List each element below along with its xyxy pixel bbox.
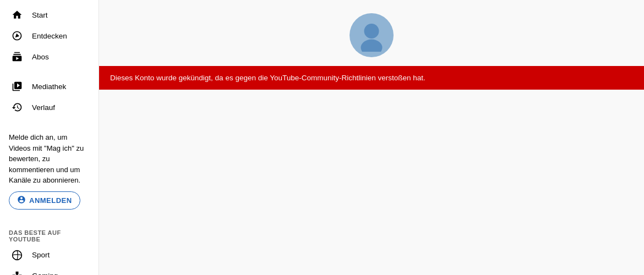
main-content: Dieses Konto wurde gekündigt, da es gege…: [99, 0, 644, 275]
home-icon: [11, 9, 23, 21]
terminated-banner: Dieses Konto wurde gekündigt, da es gege…: [99, 66, 644, 90]
svg-point-2: [361, 40, 383, 52]
library-icon: [11, 80, 23, 92]
avatar: [350, 13, 394, 57]
sidebar-item-abos-label: Abos: [32, 53, 49, 61]
signin-button[interactable]: ANMELDEN: [9, 191, 80, 210]
sidebar-item-mediathek[interactable]: Mediathek: [2, 76, 96, 97]
empty-content-area: [99, 90, 644, 275]
sidebar-item-start[interactable]: Start: [2, 4, 96, 25]
sidebar-item-gaming-label: Gaming: [32, 272, 58, 275]
channel-header: [99, 0, 644, 66]
avatar-icon: [355, 19, 388, 52]
signin-icon: [17, 195, 26, 206]
subscriptions-icon: [11, 51, 23, 63]
compass-icon: [11, 30, 23, 42]
signin-section: Melde dich an, um Videos mit "Mag ich" z…: [0, 127, 99, 216]
gaming-icon: [11, 270, 23, 276]
terminated-message: Dieses Konto wurde gekündigt, da es gege…: [110, 74, 425, 82]
sidebar: Start Entdecken Abos Mediathek: [0, 0, 99, 275]
sidebar-item-verlauf[interactable]: Verlauf: [2, 97, 96, 118]
sidebar-item-entdecken[interactable]: Entdecken: [2, 25, 96, 46]
svg-point-1: [364, 24, 379, 38]
signin-text: Melde dich an, um Videos mit "Mag ich" z…: [9, 133, 84, 184]
sidebar-item-verlauf-label: Verlauf: [32, 103, 55, 112]
sidebar-item-mediathek-label: Mediathek: [32, 82, 66, 91]
sidebar-item-sport[interactable]: Sport: [2, 245, 96, 266]
sidebar-item-sport-label: Sport: [32, 251, 50, 259]
signin-button-label: ANMELDEN: [29, 196, 72, 205]
sidebar-item-start-label: Start: [32, 11, 48, 19]
history-icon: [11, 101, 23, 113]
sidebar-item-gaming[interactable]: Gaming: [2, 266, 96, 276]
sidebar-item-entdecken-label: Entdecken: [32, 32, 67, 40]
sport-icon: [11, 249, 23, 261]
sidebar-item-abos[interactable]: Abos: [2, 46, 96, 67]
best-section-header: DAS BESTE AUF YOUTUBE: [0, 225, 99, 245]
svg-point-0: [13, 250, 22, 260]
